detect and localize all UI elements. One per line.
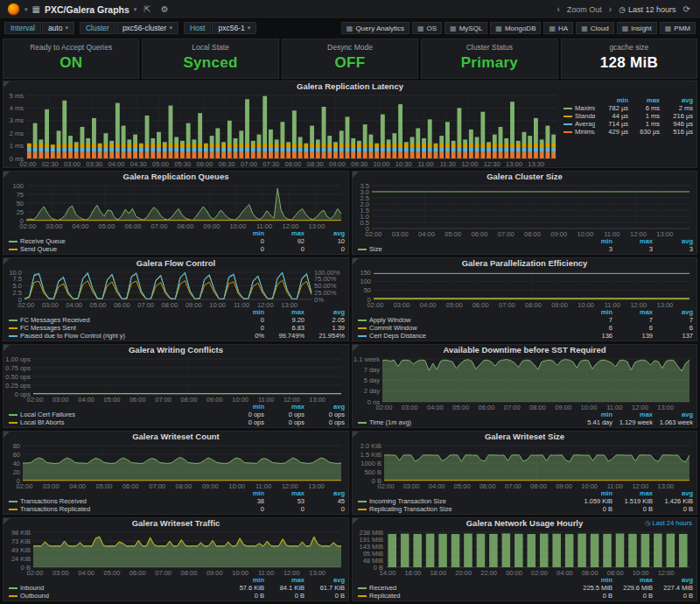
legend-value: 0 ops <box>264 411 304 418</box>
variable-value-dropdown[interactable]: pxc56-1 ▾ <box>212 22 256 34</box>
series-color-icon <box>358 587 367 589</box>
legend-header: minmaxavg <box>358 411 693 418</box>
legend-series-label[interactable]: Local Cert Failures <box>9 411 224 418</box>
svg-text:09:00: 09:00 <box>186 301 202 309</box>
svg-text:13:00: 13:00 <box>281 301 298 309</box>
legend-series-label[interactable]: Transactions Replicated <box>9 505 224 513</box>
org-caret-icon[interactable]: ▾ <box>24 6 28 13</box>
legend-series-label[interactable]: Paused due to Flow Control (right y) <box>9 332 224 340</box>
legend-series-label[interactable]: Replicating Transaction Size <box>358 505 572 513</box>
chart-flow-control[interactable]: 10.07.55.02.50100.00%75.00%50.00%25.00%0… <box>4 269 348 308</box>
dash-link-insight[interactable]: ▦Insight <box>617 22 657 34</box>
panel-title[interactable]: Galera Replication Queues <box>4 172 348 182</box>
stat-title[interactable]: Cluster Status <box>422 39 556 52</box>
legend-series-label[interactable]: Commit Window <box>358 324 572 332</box>
legend-series-label[interactable]: FC Messages Received <box>9 316 224 324</box>
variable-value-dropdown[interactable]: pxc56-cluster ▾ <box>116 22 178 34</box>
panel-title[interactable]: Galera Flow Control <box>4 258 348 269</box>
chart-available-downtime[interactable]: 1.1 week7 day5 day2 day0 ns02:0003:0004:… <box>353 355 696 411</box>
legend-series-label[interactable]: Local Bf Aborts <box>9 418 224 426</box>
dash-link-mysql[interactable]: ▦MySQL <box>444 22 487 34</box>
legend-series-label[interactable]: Incoming Transaction Size <box>358 497 572 505</box>
svg-text:04:00: 04:00 <box>420 301 437 309</box>
dashboard-caret-icon[interactable]: ▾ <box>134 6 137 13</box>
legend-series-label[interactable]: Minimum <box>564 128 595 136</box>
panel-title[interactable]: Galera Writeset Count <box>4 432 348 442</box>
stat-title[interactable]: Desync Mode <box>283 39 417 52</box>
legend-series-label[interactable]: Standard Deviation <box>564 112 595 120</box>
panel-title[interactable]: Galera Writeset Size <box>353 432 696 442</box>
legend-value: 1.063 week <box>653 418 693 426</box>
stat-panel-desync-mode: Desync ModeOFF <box>282 39 418 79</box>
legend-series-label[interactable]: Apply Window <box>358 316 572 324</box>
chart-writeset-count[interactable]: 80604020002:0003:0004:0005:0006:0007:000… <box>4 442 348 489</box>
panel-info-icon[interactable] <box>4 258 10 264</box>
legend-series-label[interactable]: Send Queue <box>9 245 224 253</box>
svg-text:06:00: 06:00 <box>472 301 489 309</box>
svg-text:25: 25 <box>17 208 24 216</box>
chart-replication-latency[interactable]: 5 ms4 ms3 ms2 ms1 ms0 ms02:0002:3003:000… <box>4 92 564 167</box>
gear-icon[interactable]: ⚙ <box>158 4 172 14</box>
legend-series-label[interactable]: Transactions Received <box>9 497 224 505</box>
panel-title[interactable]: Galera Replication Latency <box>4 81 696 92</box>
legend-series-label[interactable]: Maximum <box>564 104 595 112</box>
panel-title[interactable]: Galera Cluster Size <box>353 172 696 182</box>
legend-series-label[interactable]: Outbound <box>9 592 224 600</box>
panel-info-icon[interactable] <box>353 258 359 264</box>
panel-title[interactable]: Galera Writing Conflicts <box>4 345 348 355</box>
legend-series-label[interactable]: Time (1m avg) <box>358 418 572 426</box>
dash-link-ha[interactable]: ▦HA <box>543 22 573 34</box>
refresh-icon[interactable]: ⟳ <box>681 4 693 14</box>
chart-network-usage-hourly[interactable]: 238 MiB191 MiB143 MiB95 MiB48 MiB0 B14:0… <box>353 529 696 576</box>
legend-value: 6 <box>572 324 612 332</box>
chart-replication-queues[interactable]: 100755025002:0003:0004:0005:0006:0007:00… <box>4 182 348 229</box>
panel-info-icon[interactable] <box>353 345 359 351</box>
dash-link-cloud[interactable]: ▦Cloud <box>576 22 613 34</box>
dashboard-title[interactable]: PXC/Galera Graphs <box>45 4 130 15</box>
variable-value-dropdown[interactable]: auto ▾ <box>42 22 74 34</box>
zoom-out-right-chevron-icon[interactable]: › <box>606 4 614 14</box>
dashboard-links: ▦Query Analytics▦OS▦MySQL▦MongoDB▦HA▦Clo… <box>341 22 696 34</box>
panel-info-icon[interactable] <box>4 432 10 438</box>
panel-info-icon[interactable] <box>4 518 10 524</box>
panel-info-icon[interactable] <box>353 518 359 524</box>
dash-link-query-analytics[interactable]: ▦Query Analytics <box>341 22 410 34</box>
svg-text:02:00: 02:00 <box>376 404 393 411</box>
legend-series-label[interactable]: Average <box>564 120 595 128</box>
panel-title[interactable]: Available Downtime before SST Required <box>353 345 696 355</box>
panel-time-badge[interactable]: ◷ Last 24 hours <box>645 519 692 527</box>
legend-series-label[interactable]: Size <box>358 245 572 253</box>
legend-value: 1.519 KiB <box>612 497 653 505</box>
chart-writeset-size[interactable]: 2.0 KiB1.5 KiB1000 B500 B0 B02:0003:0004… <box>353 442 696 489</box>
stat-title[interactable]: gcache size <box>562 39 696 52</box>
dash-link-mongodb[interactable]: ▦MongoDB <box>490 22 541 34</box>
stat-title[interactable]: Local State <box>143 39 277 52</box>
legend-series-label[interactable]: FC Messages Sent <box>9 324 224 332</box>
panel-info-icon[interactable] <box>353 172 359 178</box>
legend-series-label[interactable]: Receive Queue <box>9 237 224 245</box>
dash-link-pmm[interactable]: ▦PMM <box>660 22 696 34</box>
share-icon[interactable]: ⇱ <box>141 4 153 14</box>
time-range-picker[interactable]: ◷ Last 12 hours <box>619 5 676 14</box>
chart-writing-conflicts[interactable]: 1.00 ops0.75 ops0.50 ops0.25 ops0 ops02:… <box>4 355 348 403</box>
stat-title[interactable]: Ready to Accept Queries <box>4 39 138 52</box>
chart-cluster-size[interactable]: 3.53.02.52.01.51.00.5002:0003:0004:0005:… <box>353 182 696 237</box>
legend-series-label[interactable]: Received <box>358 584 572 592</box>
dash-link-os[interactable]: ▦OS <box>412 22 442 34</box>
legend-series-label[interactable]: Cert Deps Distance <box>358 332 572 340</box>
chart-parallelization[interactable]: 15010050002:0003:0004:0005:0006:0007:000… <box>353 269 696 308</box>
panel-info-icon[interactable] <box>4 345 10 351</box>
grafana-logo[interactable] <box>7 3 20 16</box>
panel-title[interactable]: Galera Parallelization Efficiency <box>353 258 696 269</box>
zoom-out-button[interactable]: Zoom Out <box>567 5 602 14</box>
chart-writeset-traffic[interactable]: 98 KiB73 KiB49 KiB24 KiB0 B02:0003:0004:… <box>4 529 348 576</box>
legend-value: 0 ops <box>224 418 264 426</box>
zoom-out-left-chevron-icon[interactable]: ‹ <box>555 4 563 14</box>
legend-series-label[interactable]: Inbound <box>9 584 224 592</box>
panel-info-icon[interactable] <box>353 432 359 438</box>
panel-info-icon[interactable] <box>4 172 10 178</box>
svg-text:02:00: 02:00 <box>366 230 382 238</box>
panel-title[interactable]: Galera Writeset Traffic <box>4 518 348 529</box>
legend-series-label[interactable]: Replicated <box>358 592 572 600</box>
panel-info-icon[interactable] <box>4 81 10 88</box>
